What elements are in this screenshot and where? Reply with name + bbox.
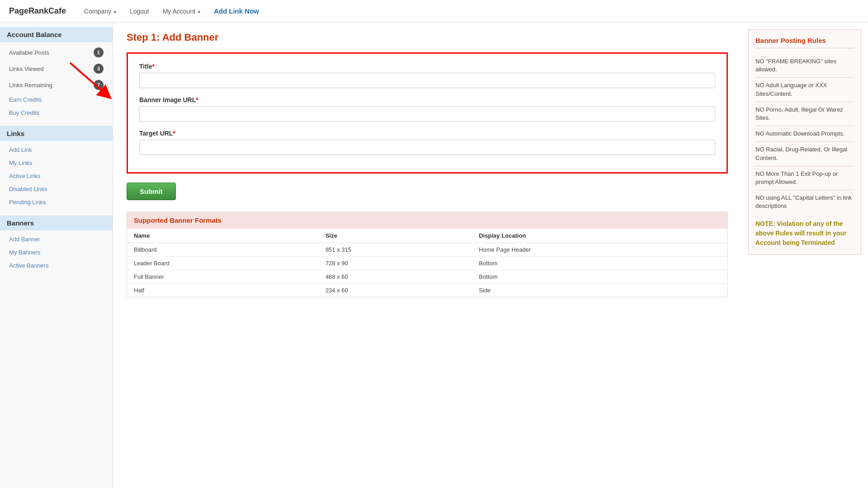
title-group: Title* [139, 63, 715, 88]
account-balance-section: Account Balance Available Posts 1 Links … [0, 27, 113, 119]
sidebar-item-buy-credits[interactable]: Buy Credits [0, 106, 113, 119]
active-banners-link[interactable]: Active Banners [9, 262, 48, 269]
nav-logout[interactable]: Logout [130, 8, 149, 15]
add-link-link[interactable]: Add Link [9, 146, 32, 153]
sidebar-item-active-links[interactable]: Active Links [0, 169, 113, 183]
rules-note: NOTE: Violation of any of the above Rule… [755, 219, 854, 248]
sidebar-item-add-link[interactable]: Add Link [0, 143, 113, 156]
page-title: Step 1: Add Banner [127, 32, 728, 43]
my-links-link[interactable]: My Links [9, 160, 32, 166]
target-url-input[interactable] [139, 140, 715, 155]
rule-item: NO using ALL "Capital Letters" in link d… [755, 190, 854, 214]
nav-items: Company ▾ Logout My Account ▾ Add Link N… [84, 7, 259, 15]
target-url-group: Target URL* [139, 130, 715, 155]
sidebar-item-my-links[interactable]: My Links [0, 156, 113, 169]
sidebar-item-my-banners[interactable]: My Banners [0, 246, 113, 259]
sidebar-item-links-remaining[interactable]: Links Remaining 7 [0, 77, 113, 93]
my-banners-link[interactable]: My Banners [9, 249, 40, 256]
nav-add-link-link[interactable]: Add Link Now [214, 7, 259, 15]
cell-size: 234 x 60 [319, 284, 472, 297]
banners-header: Banners [0, 216, 113, 230]
table-row: Leader Board 728 x 90 Bottom [127, 257, 727, 270]
cell-size: 851 x 315 [319, 243, 472, 257]
nav-my-account[interactable]: My Account ▾ [163, 8, 200, 15]
nav-my-account-link[interactable]: My Account ▾ [163, 8, 200, 15]
buy-credits-link[interactable]: Buy Credits [9, 109, 39, 116]
rules-list: NO "FRAME BREAKING" sites allowed.NO Adu… [755, 54, 854, 214]
right-panel: Banner Posting Rules NO "FRAME BREAKING"… [741, 23, 868, 488]
sidebar: Account Balance Available Posts 1 Links … [0, 23, 113, 488]
links-remaining-badge: 7 [94, 80, 104, 90]
banners-section: Banners Add Banner My Banners Active Ban… [0, 216, 113, 272]
sidebar-item-active-banners[interactable]: Active Banners [0, 259, 113, 272]
banner-image-url-input[interactable] [139, 106, 715, 122]
cell-name: Half [127, 284, 319, 297]
navbar: PageRankCafe Company ▾ Logout My Account… [0, 0, 868, 23]
nav-add-link[interactable]: Add Link Now [214, 7, 259, 15]
formats-table-body: Name Size Display Location Billboard 851… [127, 229, 727, 297]
sidebar-item-disabled-links[interactable]: Disabled Links [0, 183, 113, 196]
active-links-link[interactable]: Active Links [9, 173, 40, 179]
target-url-label: Target URL* [139, 130, 715, 137]
rule-item: NO Adult Language or XXX Sites/Content. [755, 78, 854, 102]
nav-company-link[interactable]: Company ▾ [84, 8, 116, 15]
add-banner-form-box: Title* Banner Image URL* Target URL* [127, 52, 728, 174]
cell-size: 728 x 90 [319, 257, 472, 270]
table-header-row: Name Size Display Location [127, 229, 727, 243]
sidebar-item-earn-credits[interactable]: Earn Credits [0, 93, 113, 106]
formats-table-header: Supported Banner Formats [127, 212, 727, 229]
disabled-links-link[interactable]: Disabled Links [9, 186, 47, 192]
main-content: Step 1: Add Banner Title* Banner Image U… [113, 23, 741, 488]
available-posts-badge: 1 [94, 47, 104, 57]
rule-item: NO More Than 1 Exit Pop-up or prompt All… [755, 166, 854, 190]
rules-box: Banner Posting Rules NO "FRAME BREAKING"… [748, 29, 861, 255]
sidebar-item-links-viewed[interactable]: Links Viewed 3 [0, 61, 113, 77]
cell-location: Bottom [472, 257, 727, 270]
table-row: Full Banner 468 x 60 Bottom [127, 270, 727, 284]
cell-name: Full Banner [127, 270, 319, 284]
cell-name: Leader Board [127, 257, 319, 270]
earn-credits-link[interactable]: Earn Credits [9, 96, 42, 103]
title-label: Title* [139, 63, 715, 70]
cell-location: Home Page Header [472, 243, 727, 257]
rules-title: Banner Posting Rules [755, 37, 854, 48]
sidebar-item-add-banner[interactable]: Add Banner [0, 233, 113, 246]
rule-item: NO "FRAME BREAKING" sites allowed. [755, 54, 854, 78]
links-section: Links Add Link My Links Active Links Dis… [0, 126, 113, 209]
table-row: Half 234 x 60 Side [127, 284, 727, 297]
add-banner-link[interactable]: Add Banner [9, 236, 40, 243]
account-balance-header: Account Balance [0, 27, 113, 42]
rule-item: NO Racial, Drug-Related, Or Illegal Cont… [755, 142, 854, 166]
cell-size: 468 x 60 [319, 270, 472, 284]
submit-button[interactable]: Submit [127, 183, 176, 200]
col-display-location: Display Location [472, 229, 727, 243]
nav-company[interactable]: Company ▾ [84, 8, 116, 15]
page-wrapper: Account Balance Available Posts 1 Links … [0, 23, 868, 488]
banner-image-url-group: Banner Image URL* [139, 96, 715, 122]
chevron-down-icon: ▾ [198, 9, 200, 14]
cell-name: Billboard [127, 243, 319, 257]
pending-links-link[interactable]: Pending Links [9, 199, 46, 206]
rule-item: NO Automatic Download Prompts. [755, 126, 854, 142]
links-viewed-badge: 3 [94, 64, 104, 74]
supported-formats-table: Supported Banner Formats Name Size Displ… [127, 211, 728, 297]
col-size: Size [319, 229, 472, 243]
links-header: Links [0, 126, 113, 141]
banner-image-url-label: Banner Image URL* [139, 96, 715, 103]
brand-logo[interactable]: PageRankCafe [9, 6, 66, 16]
nav-logout-link[interactable]: Logout [130, 8, 149, 15]
sidebar-item-available-posts[interactable]: Available Posts 1 [0, 44, 113, 61]
chevron-down-icon: ▾ [114, 9, 116, 14]
table-row: Billboard 851 x 315 Home Page Header [127, 243, 727, 257]
cell-location: Bottom [472, 270, 727, 284]
title-input[interactable] [139, 73, 715, 88]
sidebar-item-pending-links[interactable]: Pending Links [0, 196, 113, 209]
rule-item: NO Porno, Adult, Illegal Or Warez Sites. [755, 102, 854, 126]
col-name: Name [127, 229, 319, 243]
cell-location: Side [472, 284, 727, 297]
